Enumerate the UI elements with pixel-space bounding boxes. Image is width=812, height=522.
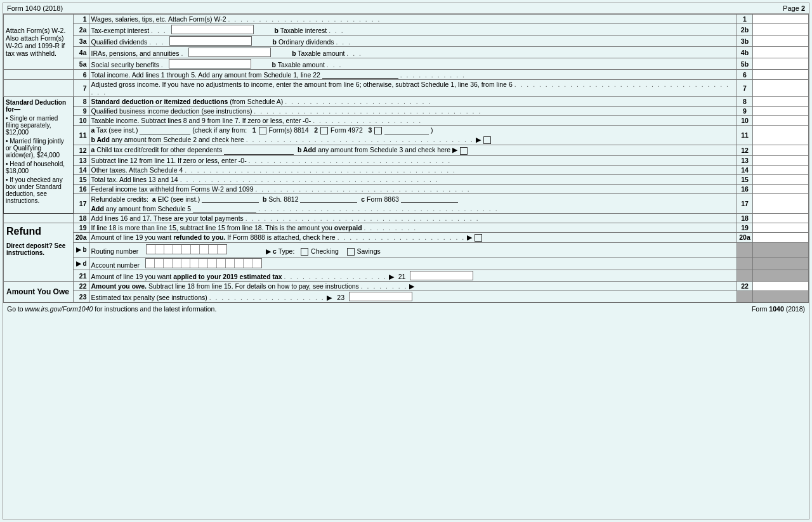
line-num-1: 1 [74, 15, 89, 24]
line-14-label: Other taxes. Attach Schedule 4 . . . . .… [89, 165, 737, 174]
line-num-box-20d [737, 258, 753, 270]
line-num-box-16: 16 [737, 184, 753, 193]
form-title: Form 1040 (2018) [7, 4, 63, 12]
line-7-label: Adjusted gross income. If you have no ad… [89, 80, 737, 97]
answer-5b[interactable] [753, 58, 809, 70]
line-num-11: 11 [74, 126, 89, 145]
table-row: 16 Federal income tax withheld from Form… [4, 184, 809, 193]
answer-12[interactable] [753, 145, 809, 155]
checkbox-8888[interactable] [475, 234, 482, 242]
account-number-grid[interactable] [145, 258, 262, 268]
input-6[interactable] [322, 70, 398, 79]
line-num-box-22: 22 [737, 282, 753, 291]
line-num-19: 19 [74, 223, 89, 232]
input-4a[interactable] [188, 48, 271, 57]
answer-6[interactable] [753, 70, 809, 80]
line-num-22: 22 [74, 282, 89, 291]
table-row: ▶ d Account number [4, 258, 809, 270]
line-num-box-23 [737, 291, 753, 303]
checkbox-8814[interactable] [259, 127, 266, 134]
input-3a[interactable] [169, 36, 252, 46]
answer-15[interactable] [753, 174, 809, 184]
checkbox-schedule3[interactable] [460, 147, 468, 155]
answer-20bc-shaded [753, 242, 809, 257]
input-11a-other[interactable] [384, 126, 429, 134]
table-row: 2a Tax-exempt interest . . . b Taxable i… [4, 24, 809, 36]
table-row: 15 Total tax. Add lines 13 and 14 . . . … [4, 174, 809, 184]
answer-1[interactable] [753, 15, 809, 24]
answer-3b[interactable] [753, 36, 809, 47]
line-9-label: Qualified business income deduction (see… [89, 107, 737, 116]
table-row: 14 Other taxes. Attach Schedule 4 . . . … [4, 165, 809, 174]
checkbox-savings[interactable] [347, 248, 355, 256]
line-21-label: Amount of line 19 you want applied to yo… [89, 270, 737, 282]
line-num-box-17: 17 [737, 193, 753, 213]
answer-20a[interactable] [753, 232, 809, 242]
answer-16[interactable] [753, 184, 809, 193]
input-5a[interactable] [169, 59, 251, 69]
line-15-label: Total tax. Add lines 13 and 14 . . . . .… [89, 174, 737, 184]
answer-13[interactable] [753, 155, 809, 165]
empty-sidebar-7 [4, 80, 74, 97]
table-row: 20a Amount of line 19 you want refunded … [4, 232, 809, 242]
line-22-label: Amount you owe. Subtract line 18 from li… [89, 282, 737, 291]
input-2a[interactable] [171, 25, 254, 34]
input-17a[interactable] [202, 195, 259, 203]
answer-22[interactable] [753, 282, 809, 291]
line-num-box-11: 11 [737, 126, 753, 145]
checkbox-checking[interactable] [301, 248, 308, 256]
line-num-box-20bc [737, 242, 753, 257]
checkbox-other[interactable] [374, 127, 382, 134]
answer-4b[interactable] [753, 47, 809, 58]
line-num-20b: ▶ b [74, 242, 89, 257]
checkbox-schedule2[interactable] [483, 136, 491, 144]
input-21[interactable] [410, 271, 473, 280]
line-num-12: 12 [74, 145, 89, 155]
answer-8[interactable] [753, 97, 809, 107]
answer-19[interactable] [753, 223, 809, 232]
input-23[interactable] [349, 292, 412, 301]
table-row: 18 Add lines 16 and 17. These are your t… [4, 213, 809, 223]
table-row: 3a Qualified dividends . . . b Ordinary … [4, 36, 809, 47]
line-num-7: 7 [74, 80, 89, 97]
table-row: 10 Taxable income. Subtract lines 8 and … [4, 116, 809, 126]
line-num-20d: ▶ d [74, 258, 89, 270]
answer-7[interactable] [753, 80, 809, 97]
table-row: 5a Social security benefits . b Taxable … [4, 58, 809, 70]
line-8-label: Standard deduction or itemized deduction… [89, 97, 737, 107]
line-num-box-6: 6 [737, 70, 753, 80]
routing-number-grid[interactable] [146, 244, 227, 254]
answer-11[interactable] [753, 126, 809, 145]
input-17c[interactable] [401, 195, 458, 203]
answer-17[interactable] [753, 193, 809, 213]
table-row: 9 Qualified business income deduction (s… [4, 107, 809, 116]
table-row: Standard Deduction for— • Single or marr… [4, 97, 809, 107]
answer-20d-shaded [753, 258, 809, 270]
answer-9[interactable] [753, 107, 809, 116]
line-num-box-10: 10 [737, 116, 753, 126]
line-num-2a: 2a [74, 24, 89, 36]
input-11a[interactable] [140, 126, 190, 134]
line-num-box-13: 13 [737, 155, 753, 165]
answer-10[interactable] [753, 116, 809, 126]
refund-label: Refund [6, 226, 70, 237]
sidebar-standard-title: Standard Deduction for— [6, 99, 71, 113]
line-num-21: 21 [74, 270, 89, 282]
input-17b[interactable] [300, 195, 357, 203]
table-row: 6 Total income. Add lines 1 through 5. A… [4, 70, 809, 80]
line-1-label: Wages, salaries, tips, etc. Attach Form(… [89, 15, 737, 24]
input-17-sched5[interactable] [193, 204, 256, 212]
answer-18[interactable] [753, 213, 809, 223]
table-row: 13 Subtract line 12 from line 11. If zer… [4, 155, 809, 165]
answer-23-shaded [753, 291, 809, 303]
input-12a[interactable] [224, 147, 294, 155]
empty-sidebar-18 [4, 213, 74, 223]
answer-2b[interactable] [753, 24, 809, 36]
table-row: ▶ b Routing number ▶ [4, 242, 809, 257]
line-17-label: Refundable credits: a EIC (see inst.) b … [89, 193, 737, 213]
checkbox-4972[interactable] [320, 127, 328, 134]
answer-21-shaded [753, 270, 809, 282]
line-num-box-15: 15 [737, 174, 753, 184]
answer-14[interactable] [753, 165, 809, 174]
line-num-box-14: 14 [737, 165, 753, 174]
